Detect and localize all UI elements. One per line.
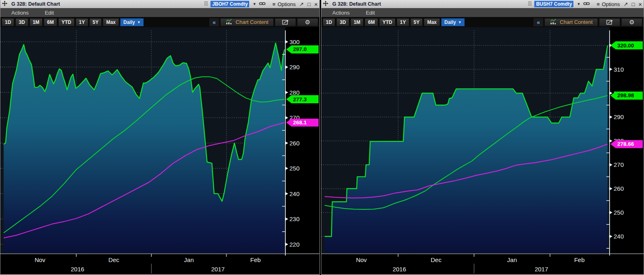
y-tick-label: 250 bbox=[614, 209, 624, 216]
menu-actions[interactable]: Actions bbox=[332, 10, 350, 16]
hamburger-icon: ≡ bbox=[597, 1, 600, 7]
chart-content-button[interactable]: Chart Content bbox=[544, 18, 598, 26]
range-toolbar: 1D 3D 1M 6M YTD 1Y 5Y Max Daily ▼ « Char… bbox=[321, 17, 644, 27]
month-label: Feb bbox=[250, 256, 261, 263]
month-label: Nov bbox=[34, 256, 45, 263]
year-label: 2017 bbox=[211, 266, 225, 273]
chart-content-label: Chart Content bbox=[560, 19, 593, 25]
grip-icon bbox=[528, 1, 531, 7]
annotate-chart-button[interactable] bbox=[275, 18, 296, 26]
options-menu[interactable]: ≡ Options bbox=[272, 1, 295, 7]
ticker-input[interactable]: BUSH7 Comdty bbox=[534, 1, 574, 7]
range-5y[interactable]: 5Y bbox=[89, 18, 102, 26]
menu-bar: Actions Edit bbox=[321, 8, 644, 17]
range-3d[interactable]: 3D bbox=[15, 18, 28, 26]
month-label: Jan bbox=[184, 256, 194, 263]
popout-icon[interactable]: ↗ bbox=[299, 1, 304, 7]
maximize-icon[interactable]: □ bbox=[631, 1, 635, 7]
link-icon[interactable] bbox=[259, 1, 266, 7]
range-1m[interactable]: 1M bbox=[351, 18, 364, 26]
ticker-dropdown-icon[interactable]: ▼ bbox=[577, 2, 580, 6]
y-tick-label: 270 bbox=[614, 161, 624, 168]
period-dropdown[interactable]: Daily ▼ bbox=[441, 18, 465, 26]
y-tick-label: 310 bbox=[614, 66, 624, 73]
range-1y[interactable]: 1Y bbox=[76, 18, 88, 26]
year-label: 2016 bbox=[393, 266, 406, 273]
price-chart[interactable]: 220230240250260270280290300NovDecJanFeb2… bbox=[0, 27, 319, 274]
range-1m[interactable]: 1M bbox=[30, 18, 43, 26]
chart-content-icon bbox=[225, 19, 233, 26]
month-label: Jan bbox=[507, 256, 517, 263]
titlebar: G 328: Default Chart JBOH7 Comdty ▼ ≡ Op… bbox=[0, 0, 319, 8]
y-tick-label: 290 bbox=[614, 113, 624, 120]
options-label: Options bbox=[602, 1, 620, 7]
range-ytd[interactable]: YTD bbox=[379, 18, 395, 26]
price-badge-smavg-magenta: 268.1 bbox=[286, 119, 319, 127]
price-badge-smavg-green: 277.3 bbox=[286, 95, 319, 103]
y-tick-label: 240 bbox=[289, 190, 300, 197]
chart-content-label: Chart Content bbox=[236, 19, 268, 25]
menu-actions[interactable]: Actions bbox=[11, 10, 29, 16]
gear-icon[interactable]: ⚙ bbox=[297, 18, 318, 26]
y-tick-label: 280 bbox=[289, 89, 300, 96]
price-badge-smavg-magenta: 278.66 bbox=[610, 140, 643, 148]
price-chart[interactable]: 240250260270280290300310320NovDecJanFeb2… bbox=[321, 27, 644, 274]
chart-panel-right: G 328: Default Chart BUSH7 Comdty ▼ ≡ Op… bbox=[321, 0, 644, 275]
period-label: Daily bbox=[444, 19, 456, 25]
range-3d[interactable]: 3D bbox=[336, 18, 349, 26]
month-label: Dec bbox=[108, 256, 119, 263]
y-tick-label: 250 bbox=[289, 165, 300, 172]
link-icon[interactable] bbox=[583, 1, 590, 7]
chevron-down-icon: ▼ bbox=[137, 20, 140, 24]
panel-title: G 328: Default Chart bbox=[11, 1, 60, 7]
close-icon[interactable]: × bbox=[314, 1, 318, 8]
y-tick-label: 220 bbox=[289, 241, 300, 248]
range-max[interactable]: Max bbox=[424, 18, 440, 26]
gear-icon[interactable]: ⚙ bbox=[621, 18, 642, 26]
menu-edit[interactable]: Edit bbox=[366, 10, 375, 16]
collapse-toolbar-button[interactable]: « bbox=[533, 18, 543, 26]
range-1y[interactable]: 1Y bbox=[397, 18, 409, 26]
range-6m[interactable]: 6M bbox=[44, 18, 57, 26]
close-icon[interactable]: × bbox=[638, 1, 642, 8]
period-dropdown[interactable]: Daily ▼ bbox=[120, 18, 144, 26]
menu-edit[interactable]: Edit bbox=[45, 10, 54, 16]
chart-canvas: 220230240250260270280290300NovDecJanFeb2… bbox=[0, 27, 319, 274]
chart-panel-left: G 328: Default Chart JBOH7 Comdty ▼ ≡ Op… bbox=[0, 0, 320, 275]
range-1d[interactable]: 1D bbox=[2, 18, 14, 26]
options-label: Options bbox=[278, 1, 296, 7]
y-tick-label: 290 bbox=[289, 64, 300, 70]
range-6m[interactable]: 6M bbox=[365, 18, 378, 26]
collapse-toolbar-button[interactable]: « bbox=[209, 18, 219, 26]
month-label: Nov bbox=[356, 256, 367, 263]
year-label: 2017 bbox=[535, 266, 548, 273]
options-menu[interactable]: ≡ Options bbox=[597, 1, 620, 7]
annotate-chart-button[interactable] bbox=[599, 18, 620, 26]
titlebar: G 328: Default Chart BUSH7 Comdty ▼ ≡ Op… bbox=[321, 0, 644, 8]
price-badge-last-price: 320.00 bbox=[610, 41, 643, 49]
panel-title: G 328: Default Chart bbox=[332, 1, 381, 7]
price-badge-smavg-green: 298.98 bbox=[610, 92, 643, 100]
maximize-icon[interactable]: □ bbox=[307, 1, 310, 7]
grip-icon bbox=[204, 1, 208, 7]
popout-icon[interactable]: ↗ bbox=[623, 1, 628, 7]
range-1d[interactable]: 1D bbox=[323, 18, 335, 26]
chart-content-icon bbox=[550, 19, 557, 26]
ticker-input[interactable]: JBOH7 Comdty bbox=[210, 1, 250, 7]
price-badge-last-price: 297.0 bbox=[286, 45, 319, 53]
ticker-dropdown-icon[interactable]: ▼ bbox=[253, 2, 256, 6]
range-max[interactable]: Max bbox=[103, 18, 119, 26]
range-5y[interactable]: 5Y bbox=[410, 18, 423, 26]
chevron-down-icon: ▼ bbox=[458, 20, 461, 24]
range-toolbar: 1D 3D 1M 6M YTD 1Y 5Y Max Daily ▼ « Char… bbox=[0, 17, 319, 27]
month-label: Dec bbox=[431, 256, 442, 263]
y-tick-label: 260 bbox=[614, 185, 624, 192]
year-label: 2016 bbox=[71, 266, 84, 273]
range-ytd[interactable]: YTD bbox=[58, 18, 74, 26]
chart-canvas: 240250260270280290300310320NovDecJanFeb2… bbox=[321, 27, 644, 274]
dual-chart-workspace: G 328: Default Chart JBOH7 Comdty ▼ ≡ Op… bbox=[0, 0, 644, 275]
move-icon[interactable] bbox=[2, 1, 7, 7]
move-icon[interactable] bbox=[323, 1, 328, 7]
y-tick-label: 230 bbox=[289, 215, 300, 222]
chart-content-button[interactable]: Chart Content bbox=[220, 18, 274, 26]
